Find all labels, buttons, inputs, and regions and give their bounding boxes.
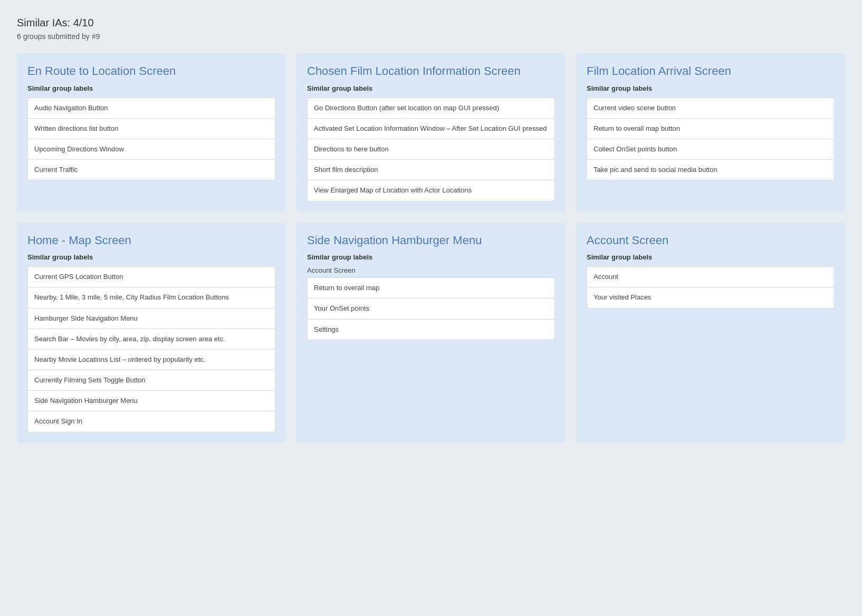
list-item[interactable]: Directions to here button (307, 139, 555, 159)
list-item[interactable]: Take pic and send to social media button (587, 159, 835, 180)
list-item[interactable]: Nearby, 1 Mile, 3 mile, 5 mile, City Rad… (27, 287, 275, 307)
list-item[interactable]: Account (587, 266, 835, 287)
page-header: Similar IAs: 4/10 6 groups submitted by … (17, 17, 845, 41)
list-item[interactable]: Go Directions Button (after set location… (307, 98, 555, 118)
similar-group-value-side-nav: Account Screen (307, 266, 555, 274)
card-film-arrival: Film Location Arrival ScreenSimilar grou… (576, 53, 845, 212)
list-item[interactable]: Your visited Places (587, 287, 835, 308)
similar-group-label-film-arrival: Similar group labels (587, 84, 835, 92)
list-item[interactable]: Current GPS Location Button (27, 266, 275, 287)
list-item[interactable]: Hamburger Side Navigation Menu (27, 308, 275, 329)
list-item[interactable]: Current video scene button (587, 98, 835, 118)
card-title-en-route: En Route to Location Screen (27, 64, 275, 79)
item-list-side-nav: Return to overall mapYour OnSet pointsSe… (307, 277, 555, 340)
card-en-route: En Route to Location ScreenSimilar group… (17, 53, 286, 212)
list-item[interactable]: Written directions list button (27, 118, 275, 139)
similar-group-label-en-route: Similar group labels (27, 84, 275, 92)
list-item[interactable]: Search Bar – Movies by city, area, zip, … (27, 329, 275, 349)
similar-group-label-chosen-film: Similar group labels (307, 84, 555, 92)
card-chosen-film: Chosen Film Location Information ScreenS… (296, 53, 566, 212)
card-title-side-nav: Side Navigation Hamburger Menu (307, 233, 555, 248)
list-item[interactable]: View Enlarged Map of Location with Actor… (307, 180, 555, 201)
list-item[interactable]: Upcoming Directions Window (27, 139, 275, 159)
card-side-nav: Side Navigation Hamburger MenuSimilar gr… (296, 223, 566, 443)
similar-group-label-home-map: Similar group labels (27, 253, 275, 261)
page-title: Similar IAs: 4/10 (17, 17, 845, 29)
list-item[interactable]: Nearby Movie Locations List – ordered by… (27, 349, 275, 370)
list-item[interactable]: Current Traffic (27, 159, 275, 180)
similar-group-label-side-nav: Similar group labels (307, 253, 555, 261)
item-list-chosen-film: Go Directions Button (after set location… (307, 98, 555, 201)
card-title-film-arrival: Film Location Arrival Screen (587, 64, 835, 79)
card-title-chosen-film: Chosen Film Location Information Screen (307, 64, 555, 79)
card-title-home-map: Home - Map Screen (27, 233, 275, 248)
item-list-home-map: Current GPS Location ButtonNearby, 1 Mil… (27, 266, 275, 432)
list-item[interactable]: Short film description (307, 159, 555, 180)
list-item[interactable]: Audio Navigation Button (27, 98, 275, 118)
card-account: Account ScreenSimilar group labelsAccoun… (576, 223, 845, 443)
list-item[interactable]: Collect OnSet points button (587, 139, 835, 159)
list-item[interactable]: Activated Set Location Information Windo… (307, 118, 555, 139)
item-list-en-route: Audio Navigation ButtonWritten direction… (27, 98, 275, 181)
list-item[interactable]: Return to overall map button (587, 118, 835, 139)
similar-group-label-account: Similar group labels (587, 253, 835, 261)
item-list-film-arrival: Current video scene buttonReturn to over… (587, 98, 835, 181)
main-grid: En Route to Location ScreenSimilar group… (17, 53, 845, 443)
list-item[interactable]: Currently Filming Sets Toggle Button (27, 370, 275, 390)
page-subtitle: 6 groups submitted by #9 (17, 32, 845, 41)
list-item[interactable]: Account Sign In (27, 411, 275, 432)
list-item[interactable]: Side Navigation Hamburger Menu (27, 390, 275, 411)
list-item[interactable]: Return to overall map (307, 277, 555, 298)
list-item[interactable]: Your OnSet points (307, 298, 555, 319)
item-list-account: AccountYour visited Places (587, 266, 835, 308)
card-home-map: Home - Map ScreenSimilar group labelsCur… (17, 223, 286, 443)
list-item[interactable]: Settings (307, 319, 555, 340)
card-title-account: Account Screen (587, 233, 835, 248)
